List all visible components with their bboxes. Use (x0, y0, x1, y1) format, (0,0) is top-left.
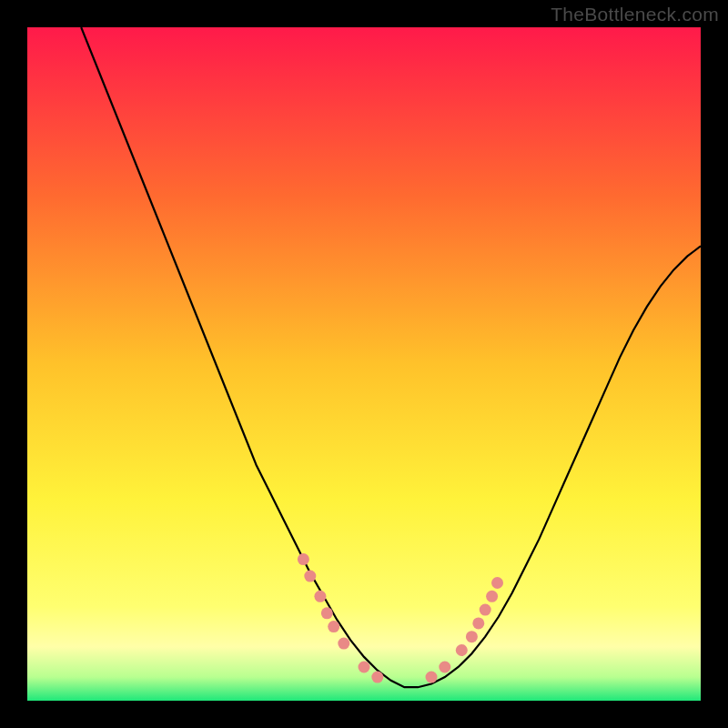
data-point (426, 672, 438, 683)
chart-frame: TheBottleneck.com (0, 0, 728, 728)
data-point (314, 591, 326, 602)
data-point (321, 607, 333, 619)
data-point (359, 662, 370, 673)
data-point (456, 644, 468, 656)
data-point (439, 662, 450, 673)
data-point (472, 617, 484, 629)
data-point (298, 553, 309, 565)
plot-area (27, 27, 701, 701)
data-point (480, 604, 491, 616)
chart-svg (27, 27, 701, 701)
data-point (466, 631, 478, 642)
watermark-text: TheBottleneck.com (551, 4, 719, 25)
data-point (491, 577, 503, 589)
data-point (328, 621, 339, 632)
data-point (304, 571, 316, 582)
data-point (371, 672, 383, 683)
data-point (338, 638, 349, 650)
data-point (486, 591, 498, 602)
gradient-background (27, 27, 701, 701)
